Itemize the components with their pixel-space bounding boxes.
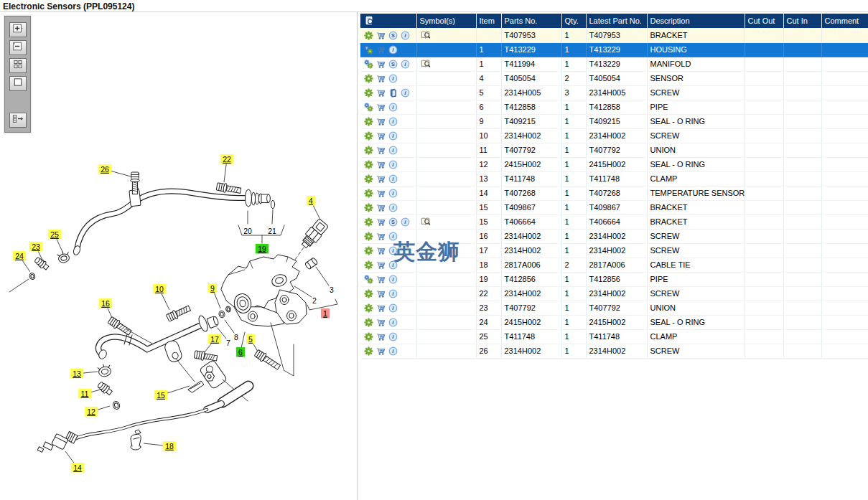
info-icon[interactable]: i: [388, 131, 401, 139]
info-icon[interactable]: i: [388, 145, 401, 154]
cart-icon[interactable]: [376, 131, 388, 139]
callout-9[interactable]: 9: [208, 283, 220, 308]
table-row[interactable]: i9T4092151T409215SEAL - O RING: [360, 114, 868, 128]
cart-icon[interactable]: [376, 217, 388, 225]
callout-6[interactable]: 6: [236, 347, 245, 357]
info-icon[interactable]: i: [401, 59, 413, 67]
table-row[interactable]: i162314H00212314H002SCREW: [360, 229, 868, 243]
gear-blue-green-icon[interactable]: [364, 59, 376, 67]
gear-green-icon[interactable]: [364, 303, 376, 311]
callout-13[interactable]: 13: [70, 369, 98, 379]
gear-blue-green-icon[interactable]: [364, 44, 376, 53]
table-row[interactable]: i182817A00622817A006CABLE TIE: [360, 258, 868, 272]
info-icon[interactable]: i: [388, 188, 401, 197]
gear-green-icon[interactable]: [364, 260, 376, 268]
gear-green-icon[interactable]: [364, 202, 376, 211]
callout-4[interactable]: 4: [307, 196, 320, 220]
s-badge-icon[interactable]: S: [388, 30, 401, 39]
zoom-out-button[interactable]: [9, 40, 27, 55]
cart-icon[interactable]: [376, 59, 388, 67]
callout-14[interactable]: 14: [65, 451, 84, 473]
table-row[interactable]: i11T4077921T407792UNION: [360, 143, 868, 157]
gear-green-icon[interactable]: [364, 288, 376, 297]
gear-green-icon[interactable]: [364, 145, 376, 154]
info-icon[interactable]: i: [401, 217, 413, 225]
info-icon[interactable]: i: [388, 245, 401, 254]
info-icon[interactable]: i: [388, 346, 401, 354]
zoom-in-button[interactable]: [9, 22, 27, 37]
info-icon[interactable]: i: [388, 274, 401, 283]
table-row[interactable]: i25T4117481T411748CLAMP: [360, 329, 868, 344]
cart-icon[interactable]: [376, 188, 388, 197]
cart-icon[interactable]: [376, 159, 388, 168]
gear-green-icon[interactable]: [364, 245, 376, 254]
cart-icon[interactable]: [376, 288, 388, 297]
info-icon[interactable]: i: [388, 159, 401, 168]
zoom-fit-button[interactable]: [9, 58, 27, 73]
gear-green-icon[interactable]: [364, 346, 376, 354]
gear-green-icon[interactable]: [364, 217, 376, 225]
callout-16[interactable]: 16: [99, 298, 112, 318]
info-icon[interactable]: i: [388, 231, 401, 240]
info-icon[interactable]: i: [401, 88, 413, 96]
info-icon[interactable]: i: [388, 303, 401, 311]
info-icon[interactable]: i: [388, 331, 401, 340]
table-row[interactable]: i222314H00212314H002SCREW: [360, 286, 868, 301]
cart-icon[interactable]: [376, 331, 388, 340]
gear-green-icon[interactable]: [364, 73, 376, 82]
callout-22[interactable]: 22: [220, 154, 233, 182]
table-row[interactable]: i262314H00212314H002SCREW: [360, 344, 868, 358]
table-row[interactable]: i13T4117481T411748CLAMP: [360, 171, 868, 186]
cart-icon[interactable]: [376, 317, 388, 326]
cart-icon[interactable]: [376, 231, 388, 240]
gear-green-icon[interactable]: [364, 159, 376, 168]
cart-icon[interactable]: [376, 174, 388, 182]
table-row[interactable]: i122415H00212415H002SEAL - O RING: [360, 157, 868, 171]
callout-1[interactable]: 1: [321, 308, 330, 319]
gear-blue-green-icon[interactable]: [364, 274, 376, 283]
table-row[interactable]: i242415H00212415H002SEAL - O RING: [360, 315, 868, 329]
gear-green-icon[interactable]: [364, 88, 376, 96]
s-badge-icon[interactable]: S: [388, 217, 401, 225]
gear-green-icon[interactable]: [364, 317, 376, 326]
table-row[interactable]: i52314H00532314H005SCREW: [360, 85, 868, 100]
table-row[interactable]: i102314H00212314H002SCREW: [360, 128, 868, 143]
book-magnifier-icon[interactable]: [420, 59, 431, 67]
gear-green-icon[interactable]: [364, 116, 376, 125]
callout-15[interactable]: 15: [154, 386, 190, 400]
table-row[interactable]: Si1T4119941T413229MANIFOLD: [360, 57, 868, 71]
zoom-actual-button[interactable]: [9, 76, 27, 91]
table-row[interactable]: Si15T4066641T406664BRACKET: [360, 214, 868, 229]
gear-blue-green-icon[interactable]: [364, 102, 376, 110]
callout-12[interactable]: 12: [85, 406, 110, 417]
table-row[interactable]: i1T4132291T413229HOUSING: [360, 42, 868, 57]
callout-24[interactable]: 24: [13, 251, 30, 272]
gear-green-icon[interactable]: [364, 331, 376, 340]
callout-18[interactable]: 18: [144, 441, 176, 451]
cart-icon[interactable]: [376, 245, 388, 254]
cart-icon[interactable]: [376, 102, 388, 110]
cart-icon[interactable]: [376, 44, 388, 53]
gear-green-icon[interactable]: [364, 188, 376, 197]
gear-green-icon[interactable]: [364, 174, 376, 182]
callout-19[interactable]: 19: [256, 244, 269, 254]
cart-icon[interactable]: [376, 303, 388, 311]
cart-icon[interactable]: [376, 346, 388, 354]
cart-icon[interactable]: [376, 145, 388, 154]
s-badge-icon[interactable]: S: [388, 59, 401, 67]
cart-icon[interactable]: [376, 73, 388, 82]
cart-icon[interactable]: [376, 88, 388, 96]
cart-icon[interactable]: [376, 274, 388, 283]
info-icon[interactable]: i: [388, 260, 401, 268]
table-row[interactable]: i172314H00212314H002SCREW: [360, 243, 868, 258]
info-icon[interactable]: i: [388, 73, 401, 82]
cart-icon[interactable]: [376, 260, 388, 268]
gear-green-icon[interactable]: [364, 131, 376, 139]
callout-25[interactable]: 25: [48, 230, 63, 253]
info-icon[interactable]: i: [388, 44, 401, 53]
table-row[interactable]: i15T4098671T409867BRACKET: [360, 200, 868, 214]
table-row[interactable]: i23T4077921T407792UNION: [360, 301, 868, 315]
gear-green-icon[interactable]: [364, 231, 376, 240]
callout-26[interactable]: 26: [98, 164, 131, 176]
callout-17[interactable]: 17: [205, 334, 221, 352]
